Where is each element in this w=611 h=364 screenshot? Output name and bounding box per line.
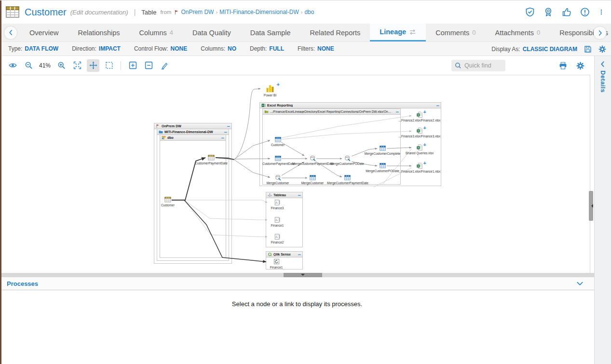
expand-node-button[interactable]: + bbox=[423, 142, 426, 147]
quick-find-input[interactable]: Quick find bbox=[451, 60, 505, 71]
node-tableau-finance1[interactable]: Finance1 bbox=[262, 216, 293, 227]
page-title: Customer bbox=[25, 7, 67, 18]
container-tableau-header[interactable]: Tableau − bbox=[266, 192, 302, 198]
node-excel-file-finance1[interactable]: + ...Finance1.xlsx/Finance1.xlsx bbox=[395, 162, 444, 173]
save-diagram-icon[interactable] bbox=[584, 45, 592, 53]
filter-type[interactable]: Type:DATA FLOW bbox=[8, 45, 58, 52]
processes-splitter-handle[interactable] bbox=[284, 273, 322, 277]
more-options-icon[interactable] bbox=[598, 7, 604, 17]
zoom-out-button[interactable] bbox=[22, 59, 35, 72]
container-qlik-sense-header[interactable]: Qlik Sense − bbox=[266, 252, 302, 257]
container-onprem-dw: OnPrem DW − MITI-Finance-Dimensional-DW … bbox=[154, 123, 232, 264]
details-panel-label: Details bbox=[599, 70, 607, 93]
tab-data-quality[interactable]: Data Quality bbox=[183, 24, 241, 41]
node-tableau-finance2[interactable]: Finance2 bbox=[262, 233, 293, 244]
expand-node-button[interactable]: + bbox=[423, 125, 426, 130]
query-cylinder-icon bbox=[344, 155, 351, 162]
tab-columns[interactable]: Columns4 bbox=[130, 24, 183, 41]
node-excel-mergecustomer-query[interactable]: MergeCustomer bbox=[262, 175, 293, 185]
node-excel-customerpaymentdate[interactable]: CustomerPaymentDate bbox=[262, 155, 293, 165]
diagram-toolbar: 41% Quick find bbox=[1, 56, 590, 75]
tab-data-sample[interactable]: Data Sample bbox=[241, 24, 300, 41]
collapse-button[interactable]: − bbox=[297, 253, 301, 256]
tab-comments[interactable]: Comments0 bbox=[426, 24, 485, 41]
page-header: Customer (Edit documentation) | Table fr… bbox=[1, 0, 611, 24]
visibility-eye-button[interactable] bbox=[6, 59, 19, 72]
collapse-button[interactable]: − bbox=[223, 130, 227, 134]
node-excel-customer[interactable]: Customer bbox=[262, 136, 293, 147]
marquee-select-button[interactable] bbox=[103, 59, 115, 72]
filter-columns[interactable]: Columns:NO bbox=[201, 45, 236, 52]
tab-relationships[interactable]: Relationships bbox=[68, 24, 129, 41]
power-bi-icon bbox=[265, 83, 275, 93]
excel-file-icon bbox=[416, 111, 423, 118]
node-excel-file-finance2[interactable]: + ...Finance2.xlsx/Finance2.xlsx bbox=[395, 111, 444, 122]
processes-title: Processes bbox=[7, 280, 38, 287]
processes-splitter[interactable] bbox=[0, 273, 594, 277]
container-dbo-schema-header[interactable]: dbo − bbox=[160, 135, 226, 141]
worksheet-icon bbox=[344, 175, 351, 181]
fit-to-screen-icon bbox=[73, 61, 81, 69]
filter-direction[interactable]: Direction:IMPACT bbox=[72, 45, 121, 52]
print-button[interactable] bbox=[557, 59, 569, 72]
pan-mode-button[interactable] bbox=[87, 59, 99, 72]
worksheet-icon bbox=[310, 175, 316, 181]
zoom-in-button[interactable] bbox=[55, 59, 68, 72]
node-excel-mergecustomer-sheet[interactable]: MergeCustomer bbox=[297, 175, 328, 185]
alert-circle-icon[interactable] bbox=[580, 7, 590, 17]
fit-to-screen-button[interactable] bbox=[71, 59, 83, 72]
diagram-settings-button[interactable] bbox=[574, 59, 586, 72]
table-object-icon bbox=[5, 5, 20, 19]
workbook-icon bbox=[274, 199, 281, 206]
tabs-scroll-left-button[interactable] bbox=[4, 27, 17, 39]
lineage-canvas[interactable]: OnPrem DW − MITI-Finance-Dimensional-DW … bbox=[1, 75, 590, 273]
worksheet-icon bbox=[380, 145, 386, 151]
collapse-button[interactable]: − bbox=[226, 124, 230, 128]
collapse-button[interactable]: − bbox=[297, 193, 301, 197]
tab-related-reports[interactable]: Related Reports bbox=[300, 24, 370, 41]
lineage-settings-gear-icon[interactable] bbox=[598, 45, 606, 53]
node-excel-mergecustomerpodate-query[interactable]: MergeCustomerPODate bbox=[329, 155, 366, 165]
details-splitter-handle[interactable] bbox=[589, 191, 593, 221]
container-excel-connection-header[interactable]: .../Finance/ExcelLineageDirectory/Excel … bbox=[263, 109, 400, 115]
breadcrumb-database[interactable]: MITI-Finance-Dimensional-DW bbox=[219, 9, 299, 15]
zoom-level-value[interactable]: 41% bbox=[39, 62, 51, 69]
shield-check-icon[interactable] bbox=[525, 7, 535, 17]
node-excel-file-finance3[interactable]: + ...Finance3.xlsx/Finance3.xlsx bbox=[395, 127, 444, 138]
breadcrumb-schema[interactable]: dbo bbox=[304, 9, 314, 15]
container-excel-reporting-header[interactable]: Excel Reporting − bbox=[260, 103, 441, 108]
resource-flag-icon bbox=[156, 124, 160, 128]
tab-attachments[interactable]: Attachments0 bbox=[486, 24, 550, 41]
edit-documentation-link[interactable]: (Edit documentation) bbox=[70, 9, 128, 16]
tab-lineage[interactable]: Lineage bbox=[370, 24, 426, 41]
tabs-scroll-right-button[interactable] bbox=[594, 27, 606, 39]
node-excel-mergecustomerpaymentdate-sheet[interactable]: MergeCustomerPaymentDate bbox=[327, 175, 367, 185]
thumbs-up-icon[interactable] bbox=[562, 7, 571, 17]
expand-node-button[interactable]: + bbox=[423, 109, 426, 114]
display-as-selector[interactable]: Display As:CLASSIC DIAGRAM bbox=[491, 46, 577, 53]
filter-depth[interactable]: Depth:FULL bbox=[250, 45, 284, 52]
collapse-all-button[interactable] bbox=[142, 59, 155, 72]
expand-all-button[interactable] bbox=[126, 59, 139, 72]
node-table-customerpaymentdate[interactable]: CustomerPaymentDate bbox=[190, 154, 233, 165]
chevron-right-icon bbox=[597, 30, 603, 36]
certification-badge-icon[interactable] bbox=[543, 7, 553, 17]
tab-overview[interactable]: Overview bbox=[20, 24, 68, 41]
node-qlik-finance1[interactable]: Finance1 bbox=[261, 258, 292, 269]
filter-filters[interactable]: Filters:NONE bbox=[298, 45, 334, 52]
breadcrumb-source[interactable]: OnPrem DW bbox=[181, 9, 214, 15]
collapse-processes-chevron-icon[interactable] bbox=[576, 280, 584, 287]
expand-node-button[interactable]: + bbox=[423, 161, 426, 165]
node-power-bi[interactable]: + Power BI bbox=[255, 83, 285, 97]
node-excel-mergecustomerpaymentdate-query[interactable]: MergeCustomerPaymentDate bbox=[292, 155, 333, 165]
details-panel-collapsed[interactable]: Details bbox=[594, 56, 611, 364]
filter-control-flow[interactable]: Control Flow:NONE bbox=[134, 45, 187, 52]
node-table-customer[interactable]: Customer bbox=[152, 196, 183, 207]
toolbar-divider bbox=[121, 61, 121, 70]
highlighter-button[interactable] bbox=[158, 59, 171, 72]
collapse-button[interactable]: − bbox=[220, 136, 224, 140]
expand-node-button[interactable]: + bbox=[277, 82, 280, 87]
node-tableau-finance3[interactable]: Finance3 bbox=[262, 199, 293, 210]
collapse-button[interactable]: − bbox=[435, 104, 439, 108]
node-excel-file-shared-queries[interactable]: + Shared Queries.xlsx bbox=[395, 144, 444, 155]
